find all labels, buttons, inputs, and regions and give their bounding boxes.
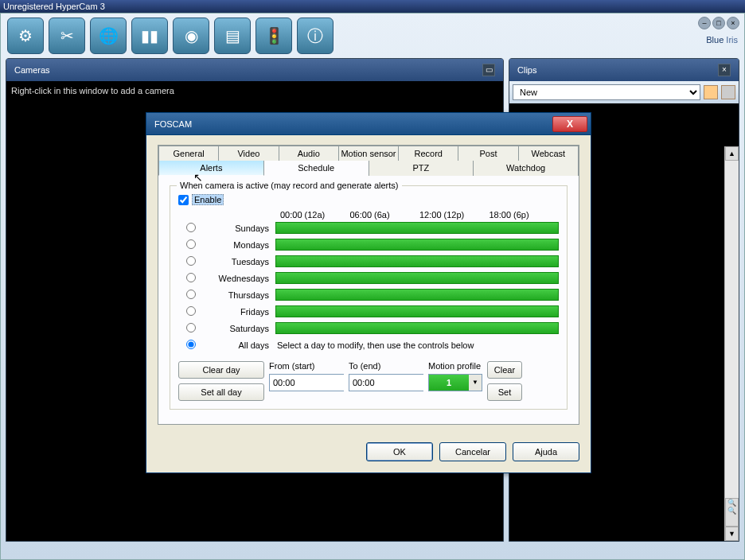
- day-schedule-bar[interactable]: [275, 272, 559, 284]
- folder-icon[interactable]: [704, 85, 718, 99]
- schedule-fieldset: When camera is active (may record and ge…: [170, 185, 568, 410]
- scroll-up-icon[interactable]: ▲: [725, 146, 739, 161]
- day-name: Mondays: [204, 240, 275, 250]
- day-row: Wednesdays: [178, 270, 559, 286]
- day-row: All daysSelect a day to modify, then use…: [178, 336, 559, 353]
- cancel-button[interactable]: Cancelar: [439, 442, 506, 461]
- day-radio[interactable]: [186, 340, 196, 349]
- dialog-close-button[interactable]: X: [552, 116, 587, 132]
- traffic-icon[interactable]: 🚦: [255, 18, 292, 54]
- from-label: From (start): [269, 361, 344, 371]
- tab-webcast[interactable]: Webcast: [519, 146, 579, 161]
- day-schedule-bar[interactable]: [275, 222, 559, 234]
- ok-button[interactable]: OK: [366, 442, 433, 461]
- day-row: Mondays: [178, 236, 559, 253]
- fieldset-legend: When camera is active (may record and ge…: [177, 181, 402, 190]
- camera-settings-dialog: FOSCAM X GeneralVideoAudioMotion sensorR…: [146, 112, 591, 473]
- set-all-day-button[interactable]: Set all day: [178, 383, 264, 401]
- clear-button[interactable]: Clear: [487, 361, 522, 379]
- clips-close-icon[interactable]: ×: [718, 64, 731, 76]
- time-header: 06:00 (6a): [350, 210, 420, 220]
- enable-checkbox[interactable]: [178, 195, 189, 205]
- scroll-down-icon[interactable]: ▼: [725, 527, 739, 541]
- day-radio[interactable]: [186, 223, 196, 232]
- help-button[interactable]: Ajuda: [513, 442, 579, 461]
- tab-post[interactable]: Post: [458, 146, 518, 161]
- cameras-title: Cameras: [14, 65, 50, 75]
- day-schedule-bar[interactable]: [275, 322, 559, 334]
- day-name: Tuesdays: [204, 257, 275, 266]
- os-titlebar: Unregistered HyperCam 3: [0, 0, 745, 13]
- day-row: Saturdays: [178, 320, 559, 336]
- day-schedule-bar[interactable]: [275, 289, 559, 301]
- from-time-input[interactable]: ▲▼: [269, 374, 344, 391]
- day-name: Fridays: [204, 307, 275, 317]
- day-row: Tuesdays: [178, 253, 559, 270]
- refresh-icon[interactable]: [721, 85, 735, 99]
- day-row: Thursdays: [178, 286, 559, 303]
- day-row: Fridays: [178, 303, 559, 320]
- day-radio[interactable]: [186, 290, 196, 299]
- record-icon[interactable]: ◉: [173, 18, 209, 54]
- day-row: Sundays: [178, 220, 559, 236]
- time-header: 00:00 (12a): [280, 210, 350, 220]
- clear-day-button[interactable]: Clear day: [178, 361, 264, 379]
- day-name: All days: [204, 340, 275, 350]
- day-radio[interactable]: [186, 273, 196, 282]
- to-label: To (end): [349, 361, 423, 371]
- time-header: 18:00 (6p): [490, 210, 560, 220]
- profile-value: 1: [429, 375, 469, 391]
- tab-schedule[interactable]: Schedule: [264, 161, 369, 176]
- close-button[interactable]: ×: [727, 17, 739, 29]
- tab-video[interactable]: Video: [219, 146, 279, 161]
- day-schedule-bar[interactable]: [275, 255, 559, 267]
- app-window: – □ × ⚙ ✂ 🌐 ▮▮ ◉ ▤ 🚦 ⓘ Blue Iris Cameras…: [0, 13, 745, 560]
- day-radio[interactable]: [186, 256, 196, 266]
- tab-record[interactable]: Record: [399, 146, 458, 161]
- minimize-button[interactable]: –: [698, 17, 711, 29]
- motion-profile-select[interactable]: 1 ▼: [428, 374, 482, 391]
- enable-label: Enable: [192, 194, 224, 205]
- profile-label: Motion profile: [428, 361, 482, 371]
- cameras-panel-menu-icon[interactable]: ▭: [482, 64, 495, 76]
- clips-filter-select[interactable]: New: [513, 84, 700, 100]
- zoom-controls[interactable]: 🔍🔍: [725, 498, 739, 527]
- day-radio[interactable]: [186, 239, 196, 249]
- set-button[interactable]: Set: [487, 383, 522, 401]
- clips-title: Clips: [517, 65, 536, 75]
- playback-icon[interactable]: ▤: [214, 18, 251, 54]
- main-toolbar: ⚙ ✂ 🌐 ▮▮ ◉ ▤ 🚦 ⓘ Blue Iris: [1, 14, 744, 58]
- dialog-title: FOSCAM: [154, 119, 192, 129]
- tools-icon[interactable]: ✂: [49, 18, 85, 54]
- tab-watchdog[interactable]: Watchdog: [474, 161, 579, 176]
- stats-icon[interactable]: ▮▮: [131, 18, 168, 54]
- tab-ptz[interactable]: PTZ: [369, 161, 474, 176]
- to-time-input[interactable]: ▲▼: [349, 374, 423, 391]
- day-schedule-bar[interactable]: [275, 239, 559, 251]
- day-name: Thursdays: [204, 290, 275, 300]
- maximize-button[interactable]: □: [712, 17, 725, 29]
- day-schedule-bar[interactable]: [275, 305, 559, 317]
- all-days-hint: Select a day to modify, then use the con…: [275, 340, 559, 350]
- tab-audio[interactable]: Audio: [279, 146, 339, 161]
- cameras-hint: Right-click in this window to add a came…: [6, 81, 503, 100]
- day-name: Saturdays: [204, 324, 275, 333]
- tab-alerts[interactable]: Alerts: [158, 161, 264, 176]
- tab-general[interactable]: General: [158, 146, 219, 161]
- day-name: Wednesdays: [204, 274, 275, 283]
- settings-icon[interactable]: ⚙: [7, 18, 44, 54]
- chevron-down-icon[interactable]: ▼: [469, 375, 482, 391]
- globe-icon[interactable]: 🌐: [90, 18, 127, 54]
- day-radio[interactable]: [186, 323, 196, 332]
- clip-scrollbar[interactable]: ▲ 🔍🔍 ▼: [724, 146, 739, 541]
- day-radio[interactable]: [186, 306, 196, 316]
- time-header: 12:00 (12p): [419, 210, 490, 220]
- tab-motion-sensor[interactable]: Motion sensor: [339, 146, 399, 161]
- info-icon[interactable]: ⓘ: [297, 18, 333, 54]
- day-name: Sundays: [204, 224, 275, 233]
